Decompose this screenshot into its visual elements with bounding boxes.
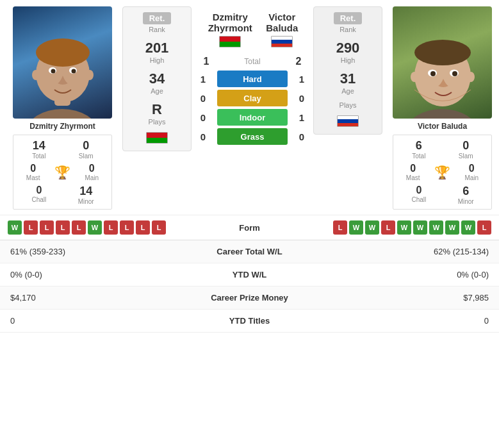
main-label-left: Main bbox=[85, 174, 99, 181]
form-badge-left: L bbox=[136, 220, 150, 235]
form-badge-left: L bbox=[40, 220, 54, 235]
form-badge-left: L bbox=[120, 220, 134, 235]
form-badges-left: WLLLLWLLLL bbox=[8, 220, 208, 235]
total-value-right: 6 bbox=[416, 139, 422, 153]
form-badge-right: L bbox=[333, 220, 347, 235]
right-plays: Plays bbox=[339, 101, 357, 109]
flag-ru bbox=[337, 115, 359, 127]
svg-point-9 bbox=[86, 70, 94, 80]
indoor-right: 1 bbox=[294, 112, 309, 123]
form-badge-left: W bbox=[8, 220, 22, 235]
form-badge-right: W bbox=[349, 220, 363, 235]
left-age-value: 34 bbox=[149, 71, 165, 87]
comp-row-grass: 0 Grass 0 bbox=[195, 128, 309, 145]
hard-btn[interactable]: Hard bbox=[217, 71, 288, 87]
svg-point-0 bbox=[27, 109, 97, 119]
mast-label-right: Mast bbox=[406, 174, 420, 181]
left-high-label: High bbox=[150, 56, 165, 64]
left-age: 34 Age bbox=[149, 71, 165, 95]
right-name-text: Victor Baluda bbox=[260, 12, 305, 33]
grass-left: 0 bbox=[195, 131, 211, 142]
svg-point-6 bbox=[51, 69, 56, 74]
slam-label-right: Slam bbox=[459, 153, 473, 160]
stats-center-lbl: YTD Titles bbox=[175, 310, 325, 333]
player-left-face-svg bbox=[13, 6, 112, 119]
trophy-icon-left: 🏆 bbox=[54, 165, 70, 180]
right-rank-label: Rank bbox=[339, 26, 356, 33]
player-right-stats: 6 Total 0 Slam 0 Mast 🏆 bbox=[393, 135, 492, 210]
right-middle-card: Ret. Rank 290 High 31 Age Plays bbox=[313, 6, 382, 135]
right-age-value: 31 bbox=[340, 71, 356, 87]
clay-btn[interactable]: Clay bbox=[217, 90, 288, 106]
chall-label-right: Chall bbox=[411, 196, 426, 203]
right-age: 31 Age bbox=[340, 71, 356, 95]
stats-left-val: $4,170 bbox=[0, 286, 175, 310]
player-names-row: Dzmitry Zhyrmont Victor Baluda bbox=[195, 12, 309, 49]
left-middle-card: Ret. Rank 201 High 34 Age R Plays bbox=[122, 6, 192, 151]
form-badge-right: W bbox=[365, 220, 379, 235]
form-badge-right: W bbox=[413, 220, 427, 235]
trophy-left: 🏆 bbox=[49, 165, 76, 180]
indoor-label: Indoor bbox=[240, 113, 265, 122]
left-plays-label: Plays bbox=[149, 118, 166, 126]
left-age-label: Age bbox=[151, 87, 163, 95]
main-value-left: 0 bbox=[89, 163, 95, 174]
stat-mast-left: 0 Mast bbox=[17, 163, 49, 181]
svg-point-19 bbox=[467, 72, 475, 82]
flag-by-center bbox=[219, 36, 241, 47]
player-left-stats: 14 Total 0 Slam 0 Mast 🏆 bbox=[13, 135, 112, 210]
player-right-face-svg bbox=[393, 6, 492, 119]
form-badge-left: L bbox=[152, 220, 166, 235]
form-badge-right: W bbox=[445, 220, 459, 235]
stat-chall-left: 0 Chall bbox=[17, 185, 61, 205]
left-flag bbox=[146, 132, 168, 145]
right-ret-badge: Ret. bbox=[334, 12, 363, 24]
stat-slam-left: 0 Slam bbox=[64, 139, 108, 160]
main-value-right: 0 bbox=[469, 163, 475, 174]
grass-label: Grass bbox=[241, 132, 265, 142]
left-ret-badge: Ret. bbox=[143, 12, 172, 24]
stats-right-val: $7,985 bbox=[324, 286, 499, 310]
stat-main-right: 0 Main bbox=[456, 163, 487, 181]
svg-point-10 bbox=[407, 109, 477, 119]
slam-label-left: Slam bbox=[79, 153, 94, 160]
stat-slam-right: 0 Slam bbox=[444, 139, 487, 160]
mast-value-right: 0 bbox=[410, 163, 416, 174]
flag-by bbox=[146, 132, 168, 144]
total-label-left: Total bbox=[32, 153, 45, 160]
stats-right-val: 0% (0-0) bbox=[324, 263, 499, 286]
left-ret-rank: Ret. Rank bbox=[143, 12, 172, 33]
stats-center-lbl: Career Prize Money bbox=[175, 286, 325, 310]
player-right-photo bbox=[393, 6, 492, 119]
chall-value-right: 0 bbox=[416, 185, 421, 196]
left-player-name-center: Dzmitry Zhyrmont bbox=[200, 12, 260, 49]
total-right: 2 bbox=[291, 56, 306, 67]
left-name-text: Dzmitry Zhyrmont bbox=[200, 12, 260, 33]
player-right-name: Victor Baluda bbox=[418, 122, 467, 131]
total-left: 1 bbox=[199, 56, 214, 67]
stat-mast-right: 0 Mast bbox=[397, 163, 429, 181]
svg-point-18 bbox=[411, 72, 418, 82]
left-high-value: 201 bbox=[145, 40, 169, 56]
stat-row-r1: 6 Total 0 Slam bbox=[397, 139, 487, 160]
indoor-btn[interactable]: Indoor bbox=[217, 109, 288, 126]
left-high: 201 High bbox=[145, 40, 169, 64]
stats-center-lbl: Career Total W/L bbox=[175, 240, 325, 263]
left-flag-center bbox=[200, 36, 260, 49]
stat-chall-right: 0 Chall bbox=[397, 185, 441, 205]
right-flag bbox=[337, 115, 359, 129]
form-badge-right: L bbox=[381, 220, 395, 235]
stat-row-2: 0 Mast 🏆 0 Main bbox=[17, 163, 108, 181]
top-section: Dzmitry Zhyrmont 14 Total 0 Slam 0 bbox=[0, 0, 499, 210]
stat-row-1: 14 Total 0 Slam bbox=[17, 139, 108, 160]
form-badge-left: W bbox=[88, 220, 102, 235]
hard-right: 1 bbox=[294, 74, 309, 85]
form-badge-left: L bbox=[24, 220, 38, 235]
stat-main-left: 0 Main bbox=[76, 163, 108, 181]
player-left-section: Dzmitry Zhyrmont 14 Total 0 Slam 0 bbox=[6, 6, 119, 210]
player-left-name: Dzmitry Zhyrmont bbox=[29, 122, 95, 131]
stat-row-3: 0 Chall 14 Minor bbox=[17, 185, 108, 205]
right-high-value: 290 bbox=[336, 40, 360, 56]
grass-btn[interactable]: Grass bbox=[217, 128, 288, 145]
form-badge-right: W bbox=[429, 220, 443, 235]
